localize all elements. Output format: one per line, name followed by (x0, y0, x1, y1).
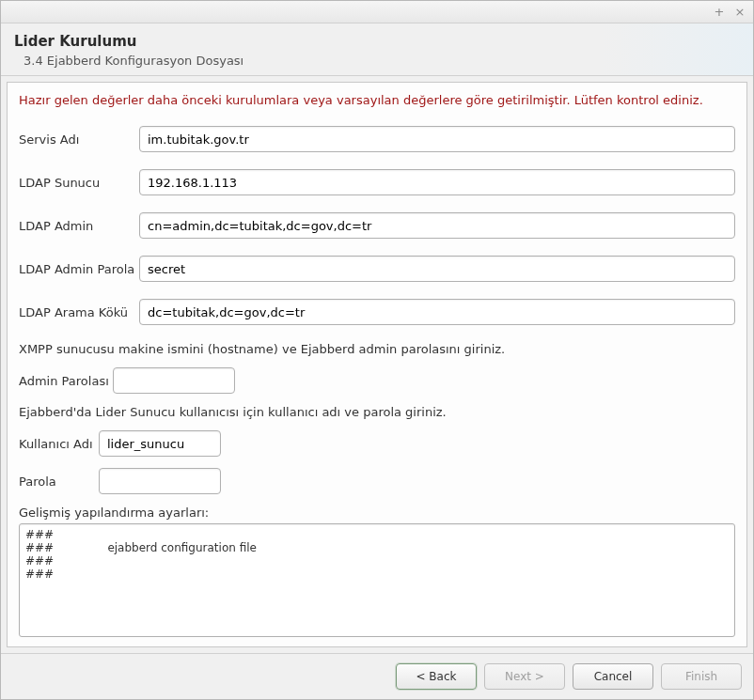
input-ldap-admin[interactable] (139, 212, 735, 239)
row-ldap-server: LDAP Sunucu (19, 169, 735, 195)
input-service-name[interactable] (139, 126, 735, 152)
label-ldap-server: LDAP Sunucu (19, 176, 139, 190)
lider-note: Ejabberd'da Lider Sunucu kullanıcısı içi… (19, 405, 735, 419)
row-admin-pass: Admin Parolası (19, 367, 735, 394)
content-area: Hazır gelen değerler daha önceki kurulum… (1, 76, 753, 653)
label-ldap-admin: LDAP Admin (19, 219, 139, 233)
row-password: Parola (19, 468, 735, 494)
label-admin-pass: Admin Parolası (19, 374, 113, 388)
page-subtitle: 3.4 Ejabberd Konfigurasyon Dosyası (24, 54, 740, 68)
config-textarea[interactable] (19, 523, 735, 637)
input-ldap-search-root[interactable] (139, 299, 735, 325)
label-password: Parola (19, 474, 99, 489)
label-service-name: Servis Adı (19, 132, 139, 147)
label-ldap-search-root: LDAP Arama Kökü (19, 305, 139, 319)
page-title: Lider Kurulumu (14, 33, 740, 50)
wizard-footer: < Back Next > Cancel Finish (1, 653, 753, 699)
row-service-name: Servis Adı (19, 126, 735, 152)
row-ldap-admin: LDAP Admin (19, 212, 735, 239)
input-username[interactable] (99, 430, 221, 457)
row-ldap-admin-pass: LDAP Admin Parola (19, 256, 735, 282)
input-admin-pass[interactable] (113, 367, 235, 394)
wizard-header: Lider Kurulumu 3.4 Ejabberd Konfigurasyo… (1, 23, 753, 76)
row-ldap-search-root: LDAP Arama Kökü (19, 299, 735, 325)
form-container: Hazır gelen değerler daha önceki kurulum… (7, 82, 747, 647)
close-icon[interactable]: × (734, 7, 746, 18)
advanced-label: Gelişmiş yapılandırma ayarları: (19, 506, 735, 520)
installer-window: + × Lider Kurulumu 3.4 Ejabberd Konfigur… (0, 0, 754, 700)
label-username: Kullanıcı Adı (19, 437, 99, 451)
input-password[interactable] (99, 468, 221, 494)
xmpp-note: XMPP sunucusu makine ismini (hostname) v… (19, 342, 735, 356)
back-button[interactable]: < Back (396, 663, 477, 690)
next-button: Next > (484, 663, 565, 690)
input-ldap-server[interactable] (139, 169, 735, 195)
warning-text: Hazır gelen değerler daha önceki kurulum… (19, 92, 735, 109)
row-username: Kullanıcı Adı (19, 430, 735, 457)
finish-button: Finish (661, 663, 742, 690)
titlebar: + × (1, 1, 753, 23)
cancel-button[interactable]: Cancel (573, 663, 653, 690)
label-ldap-admin-pass: LDAP Admin Parola (19, 262, 139, 276)
minimize-icon[interactable]: + (714, 7, 725, 18)
input-ldap-admin-pass[interactable] (139, 256, 735, 282)
